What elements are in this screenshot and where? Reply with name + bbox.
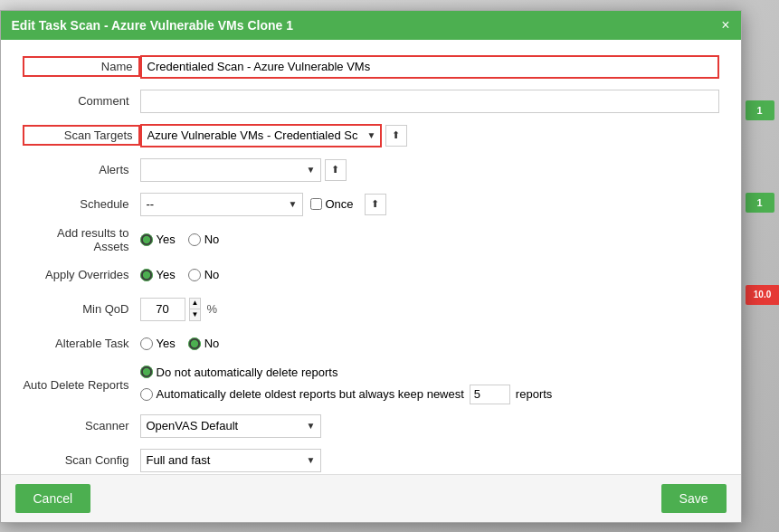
min-qod-spinner: ▲ ▼ bbox=[189, 298, 202, 321]
once-checkbox[interactable] bbox=[310, 198, 322, 210]
cancel-button[interactable]: Cancel bbox=[15, 484, 91, 513]
min-qod-input[interactable] bbox=[140, 298, 185, 321]
add-results-options: Yes No bbox=[140, 233, 220, 246]
min-qod-content: ▲ ▼ % bbox=[140, 298, 217, 321]
scan-config-wrapper: Full and fast ▼ bbox=[140, 449, 321, 472]
min-qod-label: Min QoD bbox=[23, 302, 140, 316]
alterable-no-radio[interactable] bbox=[188, 337, 201, 350]
schedule-content: -- ▼ Once ⬆ bbox=[140, 193, 386, 216]
scanner-wrapper: OpenVAS Default ▼ bbox=[140, 414, 321, 438]
alterable-task-options: Yes No bbox=[140, 337, 220, 350]
add-results-no[interactable]: No bbox=[188, 233, 220, 246]
min-qod-row: Min QoD ▲ ▼ % bbox=[23, 297, 719, 322]
scanner-label: Scanner bbox=[23, 419, 140, 432]
apply-overrides-yes-radio[interactable] bbox=[140, 269, 153, 281]
badge-2: 1 bbox=[746, 193, 774, 213]
alerts-label: Alerts bbox=[23, 163, 140, 176]
apply-overrides-yes[interactable]: Yes bbox=[140, 268, 176, 281]
alterable-yes-radio[interactable] bbox=[140, 337, 153, 350]
auto-delete-no-row: Do not automatically delete reports bbox=[140, 366, 553, 379]
min-qod-up[interactable]: ▲ bbox=[190, 299, 201, 310]
alerts-new-icon[interactable]: ⬆ bbox=[325, 159, 347, 181]
apply-overrides-label: Apply Overrides bbox=[23, 268, 140, 281]
scan-targets-wrapper: Azure Vulnerable VMs - Credentialed Sc ▼ bbox=[140, 124, 382, 147]
name-label: Name bbox=[23, 56, 140, 77]
schedule-row: Schedule -- ▼ Once ⬆ bbox=[23, 192, 719, 217]
comment-row: Comment bbox=[23, 89, 719, 114]
modal-header: Edit Task Scan - Azure Vulnerable VMs Cl… bbox=[1, 11, 741, 40]
scan-targets-row: Scan Targets Azure Vulnerable VMs - Cred… bbox=[23, 123, 719, 148]
modal-title: Edit Task Scan - Azure Vulnerable VMs Cl… bbox=[12, 18, 293, 33]
alterable-yes[interactable]: Yes bbox=[140, 337, 176, 350]
modal-close-button[interactable]: × bbox=[721, 18, 729, 33]
name-input[interactable] bbox=[140, 55, 719, 79]
auto-delete-no-radio[interactable] bbox=[140, 366, 153, 378]
scanner-row: Scanner OpenVAS Default ▼ bbox=[23, 413, 719, 439]
add-results-no-radio[interactable] bbox=[188, 233, 201, 246]
badge-1: 1 bbox=[746, 100, 774, 120]
modal-dialog: Edit Task Scan - Azure Vulnerable VMs Cl… bbox=[0, 10, 742, 523]
apply-overrides-no[interactable]: No bbox=[188, 268, 220, 281]
alerts-row: Alerts ▼ ⬆ bbox=[23, 157, 719, 183]
percent-sign: % bbox=[206, 302, 217, 316]
auto-delete-label: Auto Delete Reports bbox=[23, 378, 140, 392]
schedule-new-icon[interactable]: ⬆ bbox=[365, 194, 386, 215]
add-results-yes[interactable]: Yes bbox=[140, 233, 176, 246]
apply-overrides-no-radio[interactable] bbox=[188, 269, 201, 281]
modal-body: Name Comment Scan Targets Azure Vulnerab… bbox=[1, 40, 741, 474]
alterable-task-label: Alterable Task bbox=[23, 337, 140, 350]
auto-delete-yes-option[interactable]: Automatically delete oldest reports but … bbox=[140, 387, 464, 401]
once-text: Once bbox=[326, 197, 354, 211]
alterable-task-row: Alterable Task Yes No bbox=[23, 331, 719, 356]
auto-delete-yes-row: Automatically delete oldest reports but … bbox=[140, 385, 553, 404]
alerts-select[interactable] bbox=[140, 158, 321, 182]
scan-targets-select[interactable]: Azure Vulnerable VMs - Credentialed Sc bbox=[140, 124, 382, 147]
schedule-wrapper: -- ▼ bbox=[140, 193, 303, 216]
alerts-wrapper: ▼ bbox=[140, 158, 321, 182]
auto-delete-row: Auto Delete Reports Do not automatically… bbox=[23, 366, 719, 404]
alterable-no[interactable]: No bbox=[188, 337, 220, 350]
sidebar-badges: 1 1 10.0 bbox=[746, 100, 780, 305]
apply-overrides-row: Apply Overrides Yes No bbox=[23, 262, 719, 288]
scan-config-select[interactable]: Full and fast bbox=[140, 449, 321, 472]
scanner-select[interactable]: OpenVAS Default bbox=[140, 414, 321, 438]
comment-input[interactable] bbox=[140, 90, 719, 113]
add-results-label: Add results to Assets bbox=[23, 226, 140, 253]
reports-label: reports bbox=[516, 387, 552, 401]
scan-config-label: Scan Config bbox=[23, 453, 140, 467]
name-row: Name bbox=[23, 54, 719, 80]
scan-targets-label: Scan Targets bbox=[23, 125, 140, 146]
modal-footer: Cancel Save bbox=[1, 474, 741, 522]
auto-delete-yes-radio[interactable] bbox=[140, 388, 153, 401]
add-results-yes-radio[interactable] bbox=[140, 233, 153, 246]
reports-count-input[interactable] bbox=[470, 385, 510, 404]
comment-label: Comment bbox=[23, 94, 140, 108]
scan-config-row: Scan Config Full and fast ▼ bbox=[23, 448, 719, 473]
min-qod-down[interactable]: ▼ bbox=[190, 309, 201, 320]
auto-delete-options: Do not automatically delete reports Auto… bbox=[140, 366, 553, 404]
save-button[interactable]: Save bbox=[661, 484, 727, 513]
badge-3: 10.0 bbox=[746, 285, 780, 305]
schedule-select[interactable]: -- bbox=[140, 193, 303, 216]
auto-delete-no-option[interactable]: Do not automatically delete reports bbox=[140, 366, 338, 379]
add-results-row: Add results to Assets Yes No bbox=[23, 226, 719, 253]
apply-overrides-options: Yes No bbox=[140, 268, 220, 281]
schedule-label: Schedule bbox=[23, 197, 140, 211]
once-label[interactable]: Once bbox=[310, 197, 354, 211]
scan-targets-new-icon[interactable]: ⬆ bbox=[385, 125, 407, 147]
